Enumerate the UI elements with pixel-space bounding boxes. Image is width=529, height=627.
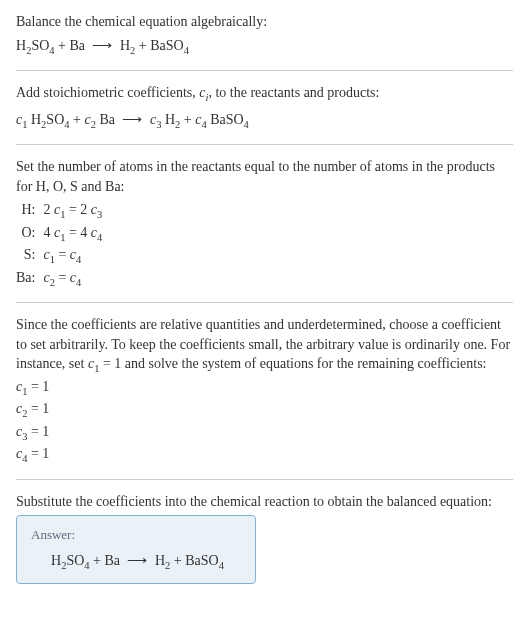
table-row: H: 2 c1 = 2 c3	[16, 200, 102, 222]
atom-eq-o: 4 c1 = 4 c4	[43, 223, 102, 245]
intro-text: Balance the chemical equation algebraica…	[16, 12, 513, 32]
atom-label-h: H:	[16, 200, 43, 222]
answer-equation: H2SO4 + Ba ⟶ H2 + BaSO4	[31, 551, 241, 573]
coeff-line-4: c4 = 1	[16, 444, 513, 466]
atom-eq-ba: c2 = c4	[43, 268, 102, 290]
step1-text: Add stoichiometric coefficients, ci, to …	[16, 83, 513, 105]
coeff-line-2: c2 = 1	[16, 399, 513, 421]
step4-section: Substitute the coefficients into the che…	[16, 492, 513, 584]
step1-equation: c1 H2SO4 + c2 Ba ⟶ c3 H2 + c4 BaSO4	[16, 110, 513, 132]
atom-eq-h: 2 c1 = 2 c3	[43, 200, 102, 222]
divider	[16, 70, 513, 71]
atom-label-ba: Ba:	[16, 268, 43, 290]
divider	[16, 479, 513, 480]
intro-equation: H2SO4 + Ba ⟶ H2 + BaSO4	[16, 36, 513, 58]
table-row: S: c1 = c4	[16, 245, 102, 267]
atom-label-s: S:	[16, 245, 43, 267]
step2-text: Set the number of atoms in the reactants…	[16, 157, 513, 196]
table-row: Ba: c2 = c4	[16, 268, 102, 290]
coeff-line-1: c1 = 1	[16, 377, 513, 399]
atom-eq-s: c1 = c4	[43, 245, 102, 267]
divider	[16, 302, 513, 303]
step1-section: Add stoichiometric coefficients, ci, to …	[16, 83, 513, 132]
atom-balance-table: H: 2 c1 = 2 c3 O: 4 c1 = 4 c4 S: c1 = c4…	[16, 200, 102, 290]
answer-label: Answer:	[31, 526, 241, 544]
step3-section: Since the coefficients are relative quan…	[16, 315, 513, 467]
intro-section: Balance the chemical equation algebraica…	[16, 12, 513, 58]
coeff-line-3: c3 = 1	[16, 422, 513, 444]
step2-section: Set the number of atoms in the reactants…	[16, 157, 513, 290]
atom-label-o: O:	[16, 223, 43, 245]
step3-text: Since the coefficients are relative quan…	[16, 315, 513, 377]
step4-text: Substitute the coefficients into the che…	[16, 492, 513, 512]
divider	[16, 144, 513, 145]
table-row: O: 4 c1 = 4 c4	[16, 223, 102, 245]
answer-box: Answer: H2SO4 + Ba ⟶ H2 + BaSO4	[16, 515, 256, 584]
